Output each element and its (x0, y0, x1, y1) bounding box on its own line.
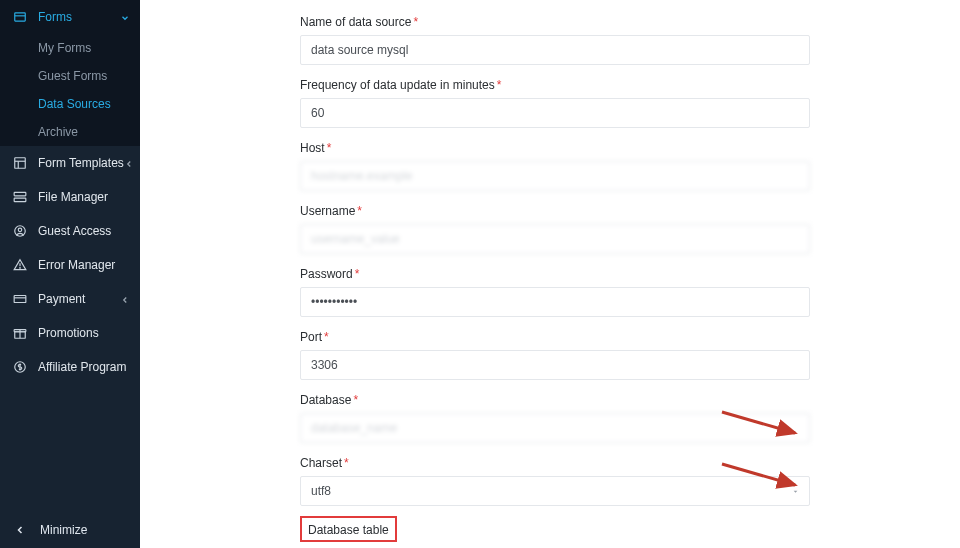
guest-access-icon (12, 223, 28, 239)
sidebar-item-payment[interactable]: Payment (0, 282, 140, 316)
chevron-left-icon (124, 158, 134, 168)
payment-icon (12, 291, 28, 307)
error-manager-icon (12, 257, 28, 273)
input-port[interactable] (300, 350, 810, 380)
forms-submenu: My Forms Guest Forms Data Sources Archiv… (0, 34, 140, 146)
sidebar-subitem-datasources[interactable]: Data Sources (0, 90, 140, 118)
chevron-left-icon (12, 522, 28, 538)
label-username: Username* (300, 204, 362, 218)
highlight-database-table: Database table (300, 516, 397, 542)
main-content: Name of data source* Frequency of data u… (140, 0, 960, 548)
chevron-down-icon (120, 12, 130, 22)
label-host: Host* (300, 141, 331, 155)
forms-icon (12, 9, 28, 25)
sidebar-subitem-archive[interactable]: Archive (0, 118, 140, 146)
select-charset[interactable] (300, 476, 810, 506)
sidebar-item-error-manager[interactable]: Error Manager (0, 248, 140, 282)
input-host[interactable] (300, 161, 810, 191)
label-charset: Charset* (300, 456, 349, 470)
input-database[interactable] (300, 413, 810, 443)
svg-point-10 (20, 268, 21, 269)
sidebar-item-label: Payment (38, 292, 120, 306)
sidebar-item-form-templates[interactable]: Form Templates (0, 146, 140, 180)
input-name[interactable] (300, 35, 810, 65)
sidebar-item-promotions[interactable]: Promotions (0, 316, 140, 350)
label-freq: Frequency of data update in minutes* (300, 78, 501, 92)
sidebar-item-label: Forms (38, 10, 120, 24)
sidebar-item-label: Error Manager (38, 258, 130, 272)
label-database: Database* (300, 393, 358, 407)
sidebar-item-label: File Manager (38, 190, 130, 204)
input-freq[interactable] (300, 98, 810, 128)
input-username[interactable] (300, 224, 810, 254)
label-database-table: Database table (308, 523, 389, 537)
caret-down-icon (791, 482, 800, 500)
sidebar-subitem-myforms[interactable]: My Forms (0, 34, 140, 62)
svg-rect-11 (14, 296, 26, 303)
file-manager-icon (12, 189, 28, 205)
label-port: Port* (300, 330, 329, 344)
sidebar-item-guest-access[interactable]: Guest Access (0, 214, 140, 248)
sidebar-item-file-manager[interactable]: File Manager (0, 180, 140, 214)
templates-icon (12, 155, 28, 171)
minimize-label: Minimize (40, 523, 87, 537)
affiliate-icon (12, 359, 28, 375)
sidebar-minimize[interactable]: Minimize (12, 522, 128, 538)
sidebar-item-forms[interactable]: Forms (0, 0, 140, 34)
promotions-icon (12, 325, 28, 341)
input-password[interactable] (300, 287, 810, 317)
svg-rect-0 (15, 13, 26, 21)
sidebar-item-label: Form Templates (38, 156, 124, 170)
label-name: Name of data source* (300, 15, 418, 29)
sidebar-item-label: Affiliate Program (38, 360, 130, 374)
sidebar-subitem-guestforms[interactable]: Guest Forms (0, 62, 140, 90)
svg-rect-2 (15, 158, 26, 169)
chevron-left-icon (120, 294, 130, 304)
sidebar-item-label: Promotions (38, 326, 130, 340)
svg-rect-6 (14, 198, 26, 202)
sidebar-item-label: Guest Access (38, 224, 130, 238)
sidebar: Forms My Forms Guest Forms Data Sources … (0, 0, 140, 548)
sidebar-item-affiliate[interactable]: Affiliate Program (0, 350, 140, 384)
label-password: Password* (300, 267, 359, 281)
svg-point-8 (18, 228, 22, 232)
svg-rect-5 (14, 192, 26, 196)
